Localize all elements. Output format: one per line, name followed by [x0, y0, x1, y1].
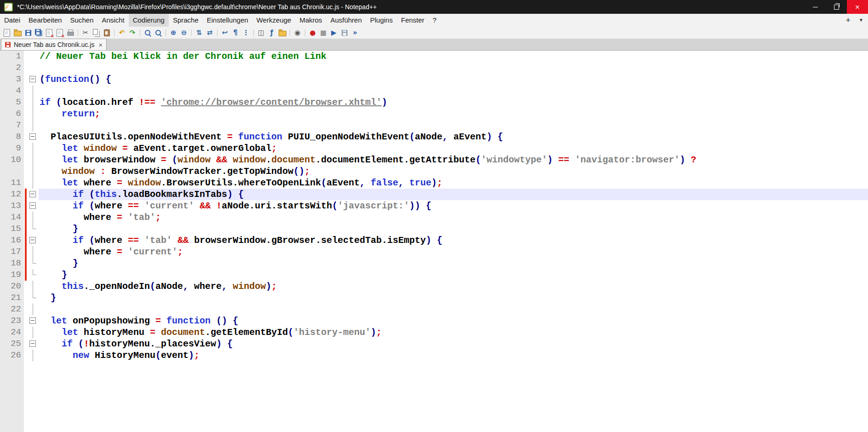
save-file-button[interactable]: [23, 28, 33, 38]
close-button[interactable]: ×: [847, 0, 868, 14]
copy-button[interactable]: [91, 28, 101, 38]
zoom-in-button[interactable]: ⊕: [168, 28, 178, 38]
editor-row-15: 15 }: [0, 223, 868, 235]
code-line[interactable]: if (where == 'tab' && browserWindow.gBro…: [39, 235, 868, 246]
menubar-dropdown-button[interactable]: ▼: [859, 18, 863, 23]
code-line[interactable]: let historyMenu = document.getElementByI…: [39, 327, 868, 338]
code-line[interactable]: [39, 62, 868, 74]
fold-margin: [28, 200, 39, 212]
monitoring-button[interactable]: ◉: [292, 28, 303, 38]
menu-ausfhren[interactable]: Ausführen: [326, 14, 366, 27]
code-line[interactable]: [39, 120, 868, 131]
code-line[interactable]: if (where == 'current' && !aNode.uri.sta…: [39, 200, 868, 212]
tab-close-icon[interactable]: ×: [99, 41, 103, 48]
fold-toggle-icon[interactable]: [29, 76, 36, 82]
code-line[interactable]: return;: [39, 108, 868, 120]
line-number: 3: [0, 74, 24, 85]
code-line[interactable]: if (this.loadBookmarksInTabs) {: [39, 189, 868, 200]
find-button[interactable]: [143, 28, 153, 38]
redo-icon: ↷: [130, 29, 136, 36]
code-line[interactable]: }: [39, 223, 868, 235]
code-line[interactable]: }: [39, 292, 868, 304]
minimize-button[interactable]: [805, 0, 826, 14]
menu-fenster[interactable]: Fenster: [397, 14, 428, 27]
fold-toggle-icon[interactable]: [29, 237, 36, 243]
code-line[interactable]: new HistoryMenu(event);: [39, 350, 868, 361]
run-macro-multiple-button[interactable]: »: [350, 28, 360, 38]
save-macro-button[interactable]: [339, 28, 349, 38]
code-line[interactable]: (function() {: [39, 74, 868, 85]
zoom-out-button[interactable]: ⊖: [179, 28, 189, 38]
menu-einstellungen[interactable]: Einstellungen: [203, 14, 252, 27]
stop-recording-icon: ■: [320, 29, 326, 36]
function-list-button[interactable]: ƒ: [267, 28, 277, 38]
folder-as-workspace-button[interactable]: [277, 28, 287, 38]
menu-help[interactable]: ?: [428, 14, 440, 27]
undo-button[interactable]: ↶: [117, 28, 127, 38]
code-line[interactable]: where = 'current';: [39, 246, 868, 258]
sync-horizontal-scrolling-button[interactable]: ⇄: [205, 28, 215, 38]
code-line[interactable]: this._openNodeIn(aNode, where, window);: [39, 281, 868, 292]
code-line[interactable]: }: [39, 269, 868, 281]
menu-datei[interactable]: Datei: [0, 14, 24, 27]
code-line[interactable]: }: [39, 258, 868, 269]
fold-toggle-icon[interactable]: [29, 133, 36, 140]
playback-macro-button[interactable]: ▶: [329, 28, 339, 38]
menu-sprache[interactable]: Sprache: [169, 14, 203, 27]
editor-row-18: 18 }: [0, 258, 868, 269]
fold-toggle-icon[interactable]: [29, 191, 36, 197]
close-all-button[interactable]: [55, 28, 65, 38]
change-margin: [24, 281, 28, 292]
menu-makros[interactable]: Makros: [295, 14, 326, 27]
menu-werkzeuge[interactable]: Werkzeuge: [252, 14, 296, 27]
save-all-button[interactable]: [34, 28, 44, 38]
close-file-button[interactable]: [44, 28, 54, 38]
code-line[interactable]: let where = window.BrowserUtils.whereToO…: [39, 177, 868, 189]
restore-button[interactable]: [826, 0, 847, 14]
show-indent-guide-button[interactable]: ⋮: [241, 28, 251, 38]
sync-vertical-scrolling-button[interactable]: ⇅: [194, 28, 204, 38]
code-line[interactable]: PlacesUIUtils.openNodeWithEvent = functi…: [39, 131, 868, 143]
print-button[interactable]: [65, 28, 75, 38]
record-macro-button[interactable]: ●: [308, 28, 318, 38]
show-all-characters-button[interactable]: ¶: [230, 28, 240, 38]
change-margin: [24, 120, 28, 131]
save-file-icon: [25, 30, 31, 36]
code-line[interactable]: where = 'tab';: [39, 212, 868, 223]
menubar-plus-button[interactable]: +: [846, 16, 851, 24]
fold-toggle-icon[interactable]: [29, 340, 36, 347]
save-macro-icon: [342, 30, 348, 36]
sync-horizontal-scrolling-icon: ⇄: [207, 29, 213, 36]
code-line[interactable]: let browserWindow = (window && window.do…: [39, 154, 868, 166]
word-wrap-button[interactable]: ↩: [220, 28, 230, 38]
menu-suchen[interactable]: Suchen: [66, 14, 98, 27]
code-line[interactable]: if (location.href !== 'chrome://browser/…: [39, 97, 868, 108]
document-map-button[interactable]: ◫: [256, 28, 266, 38]
code-line[interactable]: window : BrowserWindowTracker.getTopWind…: [39, 166, 868, 177]
code-line[interactable]: let window = aEvent.target.ownerGlobal;: [39, 143, 868, 154]
open-file-button[interactable]: [12, 28, 23, 38]
change-margin: [24, 350, 28, 361]
new-file-button[interactable]: [2, 28, 12, 38]
editor-row-17: 17 where = 'current';: [0, 246, 868, 258]
menu-ansicht[interactable]: Ansicht: [97, 14, 128, 27]
change-marker: [24, 212, 28, 223]
toolbar-separator: [305, 29, 305, 36]
fold-toggle-icon[interactable]: [29, 317, 36, 324]
redo-button[interactable]: ↷: [127, 28, 137, 38]
menu-bearbeiten[interactable]: Bearbeiten: [24, 14, 66, 27]
menu-plugins[interactable]: Plugins: [366, 14, 397, 27]
code-line[interactable]: let onPopupshowing = function () {: [39, 315, 868, 327]
replace-button[interactable]: [153, 28, 163, 38]
tab-neuer-tab-aus-chronik-uc-js[interactable]: Neuer Tab aus Chronik.uc.js ×: [1, 39, 107, 50]
cut-button[interactable]: ✂: [80, 28, 91, 38]
stop-recording-button[interactable]: ■: [318, 28, 328, 38]
code-line[interactable]: [39, 304, 868, 315]
line-number: 7: [0, 120, 24, 131]
code-line[interactable]: // Neuer Tab bei Klick in der Chronik au…: [39, 51, 868, 62]
code-line[interactable]: if (!historyMenu._placesView) {: [39, 338, 868, 350]
code-line[interactable]: [39, 85, 868, 97]
fold-toggle-icon[interactable]: [29, 202, 36, 209]
paste-button[interactable]: [102, 28, 112, 38]
menu-codierung[interactable]: Codierung: [129, 14, 169, 27]
